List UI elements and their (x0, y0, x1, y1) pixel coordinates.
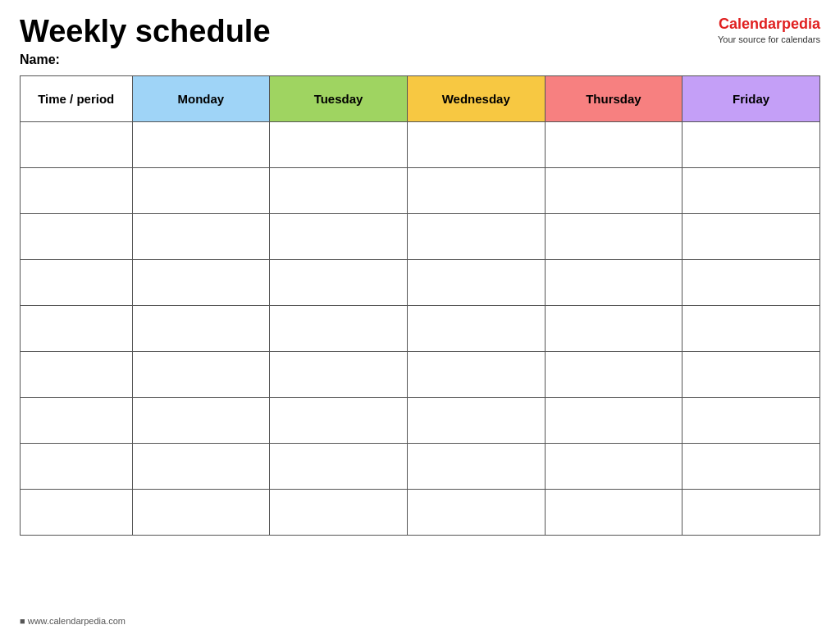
schedule-cell[interactable] (407, 397, 545, 443)
schedule-cell[interactable] (132, 489, 270, 535)
header-monday: Monday (132, 75, 270, 121)
footer: ■ www.calendarpedia.com (20, 616, 126, 626)
schedule-cell[interactable] (270, 259, 408, 305)
schedule-cell[interactable] (270, 489, 408, 535)
schedule-cell[interactable] (682, 213, 820, 259)
schedule-cell[interactable] (682, 489, 820, 535)
schedule-cell[interactable] (545, 305, 682, 351)
page: Weekly schedule Name: Calendarpedia Your… (0, 0, 840, 634)
time-cell[interactable] (21, 443, 133, 489)
schedule-cell[interactable] (682, 167, 820, 213)
schedule-cell[interactable] (270, 213, 408, 259)
schedule-cell[interactable] (682, 351, 820, 397)
schedule-cell[interactable] (545, 259, 682, 305)
logo-block: Calendarpedia Your source for calendars (718, 15, 820, 46)
table-header-row: Time / period Monday Tuesday Wednesday T… (21, 75, 820, 121)
time-cell[interactable] (21, 351, 133, 397)
schedule-cell[interactable] (545, 351, 682, 397)
schedule-cell[interactable] (132, 213, 270, 259)
schedule-cell[interactable] (270, 397, 408, 443)
schedule-cell[interactable] (407, 167, 545, 213)
table-row (21, 305, 820, 351)
schedule-cell[interactable] (682, 259, 820, 305)
schedule-cell[interactable] (407, 213, 545, 259)
schedule-cell[interactable] (682, 443, 820, 489)
table-row (21, 397, 820, 443)
schedule-cell[interactable] (682, 121, 820, 167)
logo-text: Calendarpedia (718, 15, 820, 34)
time-cell[interactable] (21, 167, 133, 213)
header-tuesday: Tuesday (270, 75, 408, 121)
schedule-cell[interactable] (407, 489, 545, 535)
time-cell[interactable] (21, 213, 133, 259)
schedule-cell[interactable] (407, 305, 545, 351)
table-row (21, 351, 820, 397)
schedule-cell[interactable] (545, 489, 682, 535)
time-cell[interactable] (21, 305, 133, 351)
title-block: Weekly schedule Name: (20, 15, 271, 67)
schedule-table: Time / period Monday Tuesday Wednesday T… (20, 75, 820, 536)
schedule-cell[interactable] (407, 443, 545, 489)
table-row (21, 213, 820, 259)
schedule-cell[interactable] (545, 167, 682, 213)
schedule-cell[interactable] (682, 305, 820, 351)
schedule-cell[interactable] (132, 305, 270, 351)
table-row (21, 443, 820, 489)
schedule-cell[interactable] (270, 351, 408, 397)
header: Weekly schedule Name: Calendarpedia Your… (20, 15, 820, 67)
header-time: Time / period (21, 75, 133, 121)
table-row (21, 259, 820, 305)
header-thursday: Thursday (545, 75, 682, 121)
schedule-cell[interactable] (545, 121, 682, 167)
time-cell[interactable] (21, 489, 133, 535)
logo-accent: pedia (782, 16, 820, 32)
table-row (21, 489, 820, 535)
header-friday: Friday (682, 75, 820, 121)
schedule-cell[interactable] (545, 213, 682, 259)
schedule-cell[interactable] (270, 167, 408, 213)
schedule-cell[interactable] (545, 443, 682, 489)
schedule-cell[interactable] (132, 351, 270, 397)
schedule-cell[interactable] (132, 167, 270, 213)
schedule-cell[interactable] (132, 443, 270, 489)
schedule-cell[interactable] (270, 305, 408, 351)
schedule-cell[interactable] (682, 397, 820, 443)
logo-subtitle: Your source for calendars (718, 34, 820, 45)
schedule-cell[interactable] (545, 397, 682, 443)
schedule-cell[interactable] (270, 443, 408, 489)
page-title: Weekly schedule (20, 15, 271, 49)
schedule-cell[interactable] (407, 121, 545, 167)
schedule-cell[interactable] (407, 259, 545, 305)
schedule-cell[interactable] (132, 259, 270, 305)
time-cell[interactable] (21, 397, 133, 443)
table-row (21, 121, 820, 167)
header-wednesday: Wednesday (407, 75, 545, 121)
time-cell[interactable] (21, 121, 133, 167)
name-label: Name: (20, 52, 271, 67)
time-cell[interactable] (21, 259, 133, 305)
schedule-cell[interactable] (132, 121, 270, 167)
schedule-cell[interactable] (407, 351, 545, 397)
logo-part1: Calendar (719, 16, 782, 32)
schedule-cell[interactable] (270, 121, 408, 167)
footer-url: www.calendarpedia.com (28, 616, 126, 626)
schedule-cell[interactable] (132, 397, 270, 443)
table-row (21, 167, 820, 213)
